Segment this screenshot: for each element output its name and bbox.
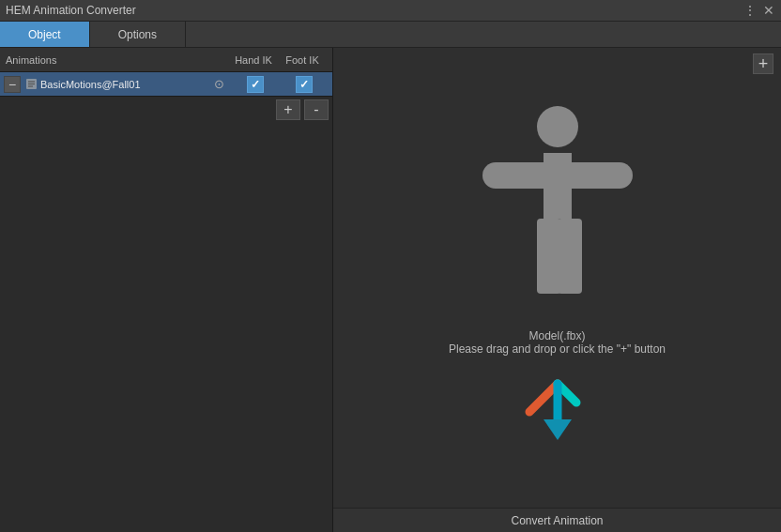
right-content-area: Model(.fbx) Please drag and drop or clic… <box>333 48 781 508</box>
add-animation-button[interactable]: + <box>276 99 300 120</box>
svg-marker-7 <box>544 419 572 440</box>
animations-header: Animations Hand IK Foot IK <box>0 48 332 72</box>
right-panel: + Model(.fbx) Please drag and drop or cl… <box>333 48 781 532</box>
left-panel: Animations Hand IK Foot IK − BasicMotion… <box>0 48 333 532</box>
tab-object[interactable]: Object <box>0 22 90 47</box>
arrow-logo-icon <box>506 356 609 449</box>
animation-file-icon <box>24 78 38 91</box>
figure-right-leg <box>558 219 582 294</box>
col-handik-label: Hand IK <box>229 54 278 66</box>
model-label: Model(.fbx) <box>528 329 585 342</box>
hand-ik-checkbox[interactable] <box>231 76 280 93</box>
foot-ik-check[interactable] <box>296 76 313 93</box>
tab-bar: Object Options <box>0 22 781 48</box>
menu-icon[interactable]: ⋮ <box>743 4 757 17</box>
remove-animation-button[interactable]: - <box>304 99 329 120</box>
animations-footer: + - <box>0 97 332 123</box>
foot-ik-checkbox[interactable] <box>280 76 329 93</box>
figure-head <box>537 106 578 147</box>
animation-settings-button[interactable]: ⊙ <box>210 76 227 93</box>
figure-body <box>544 153 572 219</box>
convert-animation-button[interactable]: Convert Animation <box>333 508 781 532</box>
title-bar: HEM Animation Converter ⋮ ✕ <box>0 0 781 22</box>
left-empty-area <box>0 123 332 532</box>
main-layout: Animations Hand IK Foot IK − BasicMotion… <box>0 48 781 532</box>
convert-button-label: Convert Animation <box>511 514 603 527</box>
col-animations-label: Animations <box>6 54 229 66</box>
animation-row: − BasicMotions@Fall01 ⊙ <box>0 72 332 97</box>
title-bar-controls: ⋮ ✕ <box>743 4 775 17</box>
hand-ik-check[interactable] <box>247 76 264 93</box>
animation-name: BasicMotions@Fall01 <box>40 79 207 90</box>
human-figure <box>473 106 642 312</box>
model-hint: Please drag and drop or click the "+" bu… <box>449 342 666 356</box>
tab-options[interactable]: Options <box>90 22 186 47</box>
app-title: HEM Animation Converter <box>6 4 136 17</box>
close-icon[interactable]: ✕ <box>762 4 775 17</box>
row-remove-button[interactable]: − <box>4 76 21 93</box>
col-footik-label: Foot IK <box>278 54 327 66</box>
